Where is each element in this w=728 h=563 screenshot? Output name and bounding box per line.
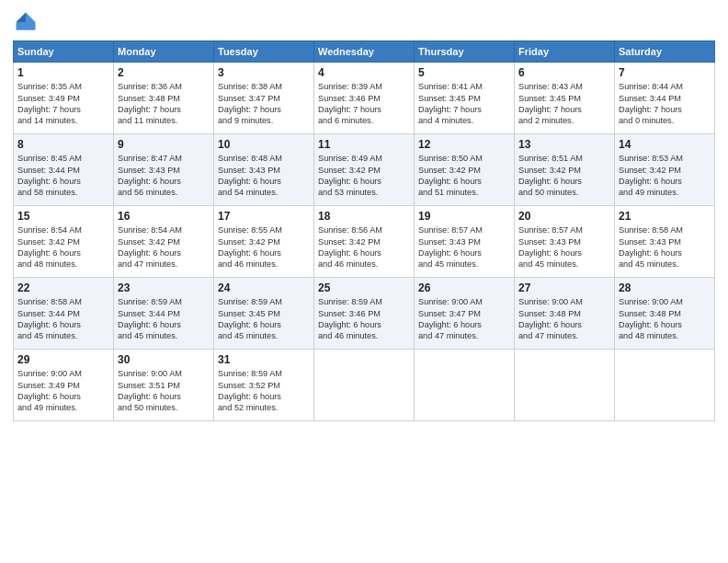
day-info-line: Sunrise: 8:51 AM xyxy=(518,153,610,164)
day-info-line: Sunset: 3:47 PM xyxy=(418,308,510,319)
col-header-tuesday: Tuesday xyxy=(214,41,314,63)
daylight-minutes: and 46 minutes. xyxy=(218,259,310,270)
day-number: 7 xyxy=(619,65,711,80)
day-cell: 16Sunrise: 8:54 AMSunset: 3:42 PMDayligh… xyxy=(114,206,214,278)
day-cell: 30Sunrise: 9:00 AMSunset: 3:51 PMDayligh… xyxy=(114,350,214,421)
day-cell: 25Sunrise: 8:59 AMSunset: 3:46 PMDayligh… xyxy=(314,278,415,350)
day-info-line: Sunrise: 8:39 AM xyxy=(318,81,410,92)
day-info-line: Sunrise: 9:00 AM xyxy=(118,368,210,379)
day-cell: 22Sunrise: 8:58 AMSunset: 3:44 PMDayligh… xyxy=(14,278,114,350)
day-info-line: Sunrise: 9:00 AM xyxy=(17,368,109,379)
day-cell: 7Sunrise: 8:44 AMSunset: 3:44 PMDaylight… xyxy=(615,63,715,134)
day-info-line: Sunset: 3:44 PM xyxy=(17,165,109,176)
daylight-label: Daylight: 6 hours xyxy=(619,319,711,330)
daylight-label: Daylight: 7 hours xyxy=(17,104,109,115)
day-info-line: Sunset: 3:42 PM xyxy=(318,236,410,247)
day-info-line: Sunrise: 8:38 AM xyxy=(218,81,310,92)
daylight-label: Daylight: 6 hours xyxy=(17,319,109,330)
day-number: 30 xyxy=(118,352,210,367)
day-cell: 15Sunrise: 8:54 AMSunset: 3:42 PMDayligh… xyxy=(14,206,114,278)
day-info-line: Sunrise: 9:00 AM xyxy=(619,296,711,307)
day-info-line: Sunrise: 8:54 AM xyxy=(17,224,109,236)
day-cell xyxy=(314,350,415,421)
day-info-line: Sunset: 3:42 PM xyxy=(518,165,610,176)
day-info-line: Sunset: 3:44 PM xyxy=(619,93,711,104)
day-cell xyxy=(615,350,715,421)
day-cell: 9Sunrise: 8:47 AMSunset: 3:43 PMDaylight… xyxy=(114,134,214,206)
daylight-minutes: and 48 minutes. xyxy=(619,330,711,341)
daylight-minutes: and 50 minutes. xyxy=(118,402,210,413)
day-number: 8 xyxy=(17,137,109,152)
daylight-label: Daylight: 6 hours xyxy=(17,391,109,402)
daylight-minutes: and 49 minutes. xyxy=(619,187,711,198)
day-cell: 11Sunrise: 8:49 AMSunset: 3:42 PMDayligh… xyxy=(314,134,415,206)
week-row-4: 22Sunrise: 8:58 AMSunset: 3:44 PMDayligh… xyxy=(14,278,715,350)
daylight-label: Daylight: 6 hours xyxy=(318,319,410,330)
day-info-line: Sunset: 3:42 PM xyxy=(318,165,410,176)
day-info-line: Sunrise: 8:50 AM xyxy=(418,153,510,164)
daylight-label: Daylight: 6 hours xyxy=(418,176,510,187)
day-info-line: Sunrise: 8:45 AM xyxy=(17,153,109,164)
daylight-minutes: and 56 minutes. xyxy=(118,187,210,198)
day-info-line: Sunrise: 8:57 AM xyxy=(518,224,610,236)
day-cell: 18Sunrise: 8:56 AMSunset: 3:42 PMDayligh… xyxy=(314,206,415,278)
day-info-line: Sunrise: 8:58 AM xyxy=(619,224,711,236)
header xyxy=(13,9,715,35)
day-cell: 12Sunrise: 8:50 AMSunset: 3:42 PMDayligh… xyxy=(415,134,515,206)
daylight-label: Daylight: 7 hours xyxy=(418,104,510,115)
daylight-label: Daylight: 6 hours xyxy=(418,247,510,259)
daylight-minutes: and 50 minutes. xyxy=(518,187,610,198)
daylight-label: Daylight: 6 hours xyxy=(619,176,711,187)
day-info-line: Sunrise: 8:59 AM xyxy=(218,296,310,307)
day-cell: 28Sunrise: 9:00 AMSunset: 3:48 PMDayligh… xyxy=(615,278,715,350)
daylight-label: Daylight: 6 hours xyxy=(118,391,210,402)
day-info-line: Sunrise: 8:59 AM xyxy=(318,296,410,307)
daylight-minutes: and 54 minutes. xyxy=(218,187,310,198)
day-info-line: Sunrise: 8:49 AM xyxy=(318,153,410,164)
col-header-saturday: Saturday xyxy=(615,41,715,63)
logo xyxy=(13,9,42,35)
day-info-line: Sunset: 3:46 PM xyxy=(318,308,410,319)
day-number: 28 xyxy=(619,281,711,295)
daylight-minutes: and 49 minutes. xyxy=(17,402,109,413)
daylight-label: Daylight: 6 hours xyxy=(318,247,410,259)
day-number: 24 xyxy=(218,281,310,295)
calendar-table: SundayMondayTuesdayWednesdayThursdayFrid… xyxy=(13,40,715,421)
day-cell: 26Sunrise: 9:00 AMSunset: 3:47 PMDayligh… xyxy=(415,278,515,350)
daylight-label: Daylight: 6 hours xyxy=(619,247,711,259)
day-info-line: Sunset: 3:42 PM xyxy=(619,165,711,176)
day-info-line: Sunset: 3:49 PM xyxy=(17,93,109,104)
daylight-minutes: and 11 minutes. xyxy=(118,115,210,126)
day-number: 3 xyxy=(218,65,310,80)
header-row: SundayMondayTuesdayWednesdayThursdayFrid… xyxy=(14,41,715,63)
day-info-line: Sunrise: 8:44 AM xyxy=(619,81,711,92)
day-cell: 6Sunrise: 8:43 AMSunset: 3:45 PMDaylight… xyxy=(515,63,615,134)
daylight-minutes: and 47 minutes. xyxy=(518,330,610,341)
day-cell: 17Sunrise: 8:55 AMSunset: 3:42 PMDayligh… xyxy=(214,206,314,278)
day-info-line: Sunset: 3:42 PM xyxy=(118,236,210,247)
day-info-line: Sunrise: 8:53 AM xyxy=(619,153,711,164)
daylight-label: Daylight: 6 hours xyxy=(17,176,109,187)
day-number: 17 xyxy=(218,209,310,224)
day-number: 14 xyxy=(619,137,711,152)
col-header-friday: Friday xyxy=(515,41,615,63)
day-cell: 21Sunrise: 8:58 AMSunset: 3:43 PMDayligh… xyxy=(615,206,715,278)
day-number: 20 xyxy=(518,209,610,224)
col-header-sunday: Sunday xyxy=(14,41,114,63)
day-info-line: Sunset: 3:42 PM xyxy=(17,236,109,247)
day-number: 22 xyxy=(17,281,109,295)
day-number: 6 xyxy=(518,65,610,80)
day-info-line: Sunrise: 9:00 AM xyxy=(418,296,510,307)
daylight-label: Daylight: 6 hours xyxy=(518,319,610,330)
daylight-minutes: and 53 minutes. xyxy=(318,187,410,198)
day-cell: 3Sunrise: 8:38 AMSunset: 3:47 PMDaylight… xyxy=(214,63,314,134)
day-info-line: Sunrise: 8:54 AM xyxy=(118,224,210,236)
day-number: 19 xyxy=(418,209,510,224)
day-info-line: Sunset: 3:47 PM xyxy=(218,93,310,104)
day-number: 10 xyxy=(218,137,310,152)
week-row-2: 8Sunrise: 8:45 AMSunset: 3:44 PMDaylight… xyxy=(14,134,715,206)
daylight-label: Daylight: 6 hours xyxy=(118,176,210,187)
daylight-minutes: and 45 minutes. xyxy=(619,259,711,270)
daylight-minutes: and 45 minutes. xyxy=(118,330,210,341)
day-number: 5 xyxy=(418,65,510,80)
